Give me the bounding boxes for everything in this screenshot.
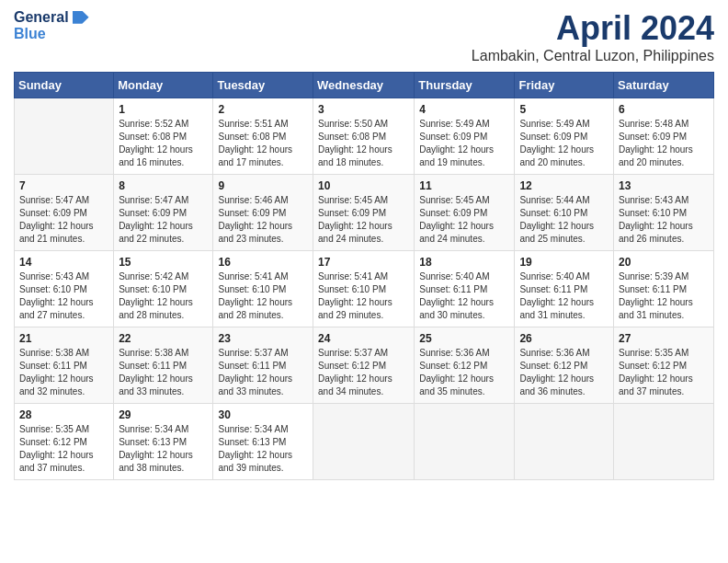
- day-info: Sunrise: 5:45 AM Sunset: 6:09 PM Dayligh…: [419, 194, 509, 246]
- day-info: Sunrise: 5:37 AM Sunset: 6:11 PM Dayligh…: [218, 347, 308, 398]
- day-number: 18: [419, 256, 509, 269]
- table-row: [313, 404, 415, 480]
- logo-general-text: General: [14, 9, 69, 26]
- table-row: 21Sunrise: 5:38 AM Sunset: 6:11 PM Dayli…: [15, 327, 114, 404]
- day-number: 19: [519, 256, 609, 269]
- day-number: 9: [218, 179, 308, 192]
- day-number: 8: [119, 179, 208, 192]
- table-row: [515, 404, 614, 480]
- table-row: 25Sunrise: 5:36 AM Sunset: 6:12 PM Dayli…: [415, 327, 515, 404]
- day-info: Sunrise: 5:46 AM Sunset: 6:09 PM Dayligh…: [218, 194, 308, 246]
- table-row: 10Sunrise: 5:45 AM Sunset: 6:09 PM Dayli…: [313, 175, 415, 251]
- table-row: 5Sunrise: 5:49 AM Sunset: 6:09 PM Daylig…: [515, 98, 614, 175]
- calendar-week-row: 7Sunrise: 5:47 AM Sunset: 6:09 PM Daylig…: [15, 175, 714, 251]
- day-number: 21: [19, 332, 108, 345]
- table-row: 24Sunrise: 5:37 AM Sunset: 6:12 PM Dayli…: [313, 327, 415, 404]
- day-info: Sunrise: 5:42 AM Sunset: 6:10 PM Dayligh…: [119, 270, 208, 322]
- day-info: Sunrise: 5:45 AM Sunset: 6:09 PM Dayligh…: [318, 194, 409, 246]
- calendar-header-sunday: Sunday: [15, 73, 114, 98]
- table-row: 7Sunrise: 5:47 AM Sunset: 6:09 PM Daylig…: [15, 175, 114, 251]
- day-info: Sunrise: 5:36 AM Sunset: 6:12 PM Dayligh…: [519, 347, 609, 398]
- table-row: 9Sunrise: 5:46 AM Sunset: 6:09 PM Daylig…: [213, 175, 313, 251]
- logo: General Blue: [14, 9, 89, 41]
- month-title: April 2024: [472, 9, 714, 48]
- day-number: 4: [419, 103, 509, 116]
- calendar-week-row: 28Sunrise: 5:35 AM Sunset: 6:12 PM Dayli…: [15, 404, 714, 480]
- logo-icon: [73, 11, 89, 24]
- day-number: 5: [519, 103, 609, 116]
- day-info: Sunrise: 5:51 AM Sunset: 6:08 PM Dayligh…: [218, 118, 308, 169]
- day-info: Sunrise: 5:50 AM Sunset: 6:08 PM Dayligh…: [318, 118, 409, 169]
- day-info: Sunrise: 5:38 AM Sunset: 6:11 PM Dayligh…: [19, 347, 108, 398]
- day-info: Sunrise: 5:40 AM Sunset: 6:11 PM Dayligh…: [519, 270, 609, 322]
- table-row: 8Sunrise: 5:47 AM Sunset: 6:09 PM Daylig…: [114, 175, 213, 251]
- location-title: Lambakin, Central Luzon, Philippines: [472, 48, 714, 64]
- page-header: General Blue April 2024 Lambakin, Centra…: [14, 9, 714, 64]
- table-row: 29Sunrise: 5:34 AM Sunset: 6:13 PM Dayli…: [114, 404, 213, 480]
- calendar-header-monday: Monday: [114, 73, 213, 98]
- day-number: 25: [419, 332, 509, 345]
- calendar-header-wednesday: Wednesday: [313, 73, 415, 98]
- table-row: 18Sunrise: 5:40 AM Sunset: 6:11 PM Dayli…: [415, 251, 515, 327]
- calendar-table: SundayMondayTuesdayWednesdayThursdayFrid…: [14, 72, 714, 480]
- day-number: 29: [119, 408, 208, 421]
- day-number: 23: [218, 332, 308, 345]
- day-info: Sunrise: 5:44 AM Sunset: 6:10 PM Dayligh…: [519, 194, 609, 246]
- table-row: [614, 404, 714, 480]
- day-info: Sunrise: 5:48 AM Sunset: 6:09 PM Dayligh…: [619, 118, 709, 169]
- day-info: Sunrise: 5:43 AM Sunset: 6:10 PM Dayligh…: [619, 194, 709, 246]
- day-info: Sunrise: 5:34 AM Sunset: 6:13 PM Dayligh…: [218, 423, 308, 475]
- table-row: 14Sunrise: 5:43 AM Sunset: 6:10 PM Dayli…: [15, 251, 114, 327]
- table-row: 16Sunrise: 5:41 AM Sunset: 6:10 PM Dayli…: [213, 251, 313, 327]
- calendar-week-row: 1Sunrise: 5:52 AM Sunset: 6:08 PM Daylig…: [15, 98, 714, 175]
- table-row: 30Sunrise: 5:34 AM Sunset: 6:13 PM Dayli…: [213, 404, 313, 480]
- day-number: 15: [119, 256, 208, 269]
- day-info: Sunrise: 5:47 AM Sunset: 6:09 PM Dayligh…: [19, 194, 108, 246]
- day-number: 1: [119, 103, 208, 116]
- day-info: Sunrise: 5:43 AM Sunset: 6:10 PM Dayligh…: [19, 270, 108, 322]
- day-info: Sunrise: 5:49 AM Sunset: 6:09 PM Dayligh…: [519, 118, 609, 169]
- table-row: 27Sunrise: 5:35 AM Sunset: 6:12 PM Dayli…: [614, 327, 714, 404]
- table-row: 28Sunrise: 5:35 AM Sunset: 6:12 PM Dayli…: [15, 404, 114, 480]
- day-number: 28: [19, 408, 108, 421]
- calendar-header-friday: Friday: [515, 73, 614, 98]
- day-info: Sunrise: 5:35 AM Sunset: 6:12 PM Dayligh…: [19, 423, 108, 475]
- day-number: 12: [519, 179, 609, 192]
- calendar-week-row: 21Sunrise: 5:38 AM Sunset: 6:11 PM Dayli…: [15, 327, 714, 404]
- day-number: 14: [19, 256, 108, 269]
- table-row: [15, 98, 114, 175]
- day-number: 3: [318, 103, 409, 116]
- day-number: 10: [318, 179, 409, 192]
- table-row: [415, 404, 515, 480]
- day-number: 17: [318, 256, 409, 269]
- table-row: 1Sunrise: 5:52 AM Sunset: 6:08 PM Daylig…: [114, 98, 213, 175]
- table-row: 15Sunrise: 5:42 AM Sunset: 6:10 PM Dayli…: [114, 251, 213, 327]
- table-row: 20Sunrise: 5:39 AM Sunset: 6:11 PM Dayli…: [614, 251, 714, 327]
- day-number: 27: [619, 332, 709, 345]
- day-number: 26: [519, 332, 609, 345]
- day-number: 11: [419, 179, 509, 192]
- table-row: 6Sunrise: 5:48 AM Sunset: 6:09 PM Daylig…: [614, 98, 714, 175]
- table-row: 4Sunrise: 5:49 AM Sunset: 6:09 PM Daylig…: [415, 98, 515, 175]
- calendar-header-thursday: Thursday: [415, 73, 515, 98]
- day-number: 6: [619, 103, 709, 116]
- calendar-header-tuesday: Tuesday: [213, 73, 313, 98]
- day-info: Sunrise: 5:52 AM Sunset: 6:08 PM Dayligh…: [119, 118, 208, 169]
- day-info: Sunrise: 5:49 AM Sunset: 6:09 PM Dayligh…: [419, 118, 509, 169]
- table-row: 26Sunrise: 5:36 AM Sunset: 6:12 PM Dayli…: [515, 327, 614, 404]
- table-row: 12Sunrise: 5:44 AM Sunset: 6:10 PM Dayli…: [515, 175, 614, 251]
- day-number: 30: [218, 408, 308, 421]
- day-number: 13: [619, 179, 709, 192]
- day-info: Sunrise: 5:36 AM Sunset: 6:12 PM Dayligh…: [419, 347, 509, 398]
- calendar-header-row: SundayMondayTuesdayWednesdayThursdayFrid…: [15, 73, 714, 98]
- day-number: 22: [119, 332, 208, 345]
- calendar-header-saturday: Saturday: [614, 73, 714, 98]
- table-row: 17Sunrise: 5:41 AM Sunset: 6:10 PM Dayli…: [313, 251, 415, 327]
- day-number: 24: [318, 332, 409, 345]
- day-info: Sunrise: 5:41 AM Sunset: 6:10 PM Dayligh…: [318, 270, 409, 322]
- table-row: 13Sunrise: 5:43 AM Sunset: 6:10 PM Dayli…: [614, 175, 714, 251]
- calendar-week-row: 14Sunrise: 5:43 AM Sunset: 6:10 PM Dayli…: [15, 251, 714, 327]
- table-row: 23Sunrise: 5:37 AM Sunset: 6:11 PM Dayli…: [213, 327, 313, 404]
- day-number: 16: [218, 256, 308, 269]
- table-row: 19Sunrise: 5:40 AM Sunset: 6:11 PM Dayli…: [515, 251, 614, 327]
